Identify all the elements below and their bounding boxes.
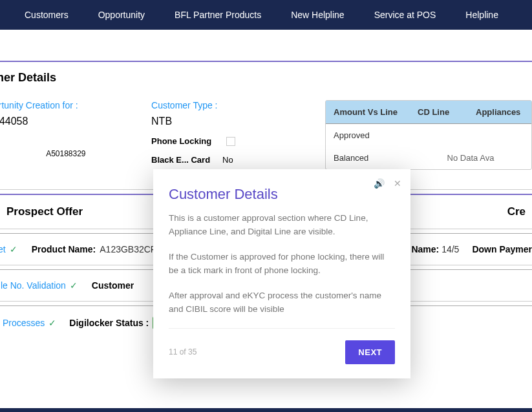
approval-approved-label: Approved: [334, 130, 418, 140]
approval-row-approved: Approved: [326, 124, 531, 147]
modal-title: Customer Details: [169, 186, 395, 203]
set-link[interactable]: set: [0, 244, 6, 254]
nav-partner-products[interactable]: BFL Partner Products: [163, 10, 273, 20]
digilocker-status-label: Digilocker Status :: [69, 318, 149, 328]
name-value: 14/5: [442, 244, 459, 254]
nav-service-pos[interactable]: Service at POS: [363, 10, 448, 20]
product-name-value: A123GB32CP: [100, 244, 156, 254]
approval-balanced-value: No Data Ava: [418, 153, 524, 163]
name-label: Name:: [411, 244, 439, 254]
nav-new-helpline[interactable]: New Helpline: [279, 10, 356, 20]
approval-header-amount[interactable]: Amount Vs Line: [326, 101, 410, 123]
phone-locking-label: Phone Locking: [151, 136, 222, 146]
kyc-processes-link[interactable]: C Processes: [0, 318, 45, 328]
modal-step-counter: 11 of 35: [169, 347, 197, 356]
modal-paragraph-1: This is a customer approval section wher…: [169, 212, 395, 239]
phone-locking-checkbox[interactable]: [226, 137, 235, 146]
sub-val-2: A50188329: [46, 149, 85, 158]
down-payment-label: Down Paymer: [472, 244, 532, 254]
check-icon: ✓: [48, 318, 56, 328]
tour-modal: 🔊 ✕ Customer Details This is a customer …: [153, 169, 410, 378]
close-icon[interactable]: ✕: [394, 178, 401, 189]
customer-type-value: NTB: [151, 116, 325, 127]
modal-paragraph-3: After approval and eKYC process the cust…: [169, 289, 395, 316]
modal-paragraph-2: If the Customer is approved for phone lo…: [169, 251, 395, 278]
bottom-bar: [0, 408, 532, 412]
next-button[interactable]: NEXT: [345, 340, 395, 364]
nav-customers[interactable]: Customers: [13, 10, 80, 20]
nav-opportunity[interactable]: Opportunity: [87, 10, 156, 20]
check-icon: ✓: [70, 280, 78, 291]
nav-helpline[interactable]: Helpline: [454, 10, 510, 20]
customer-label: Customer: [92, 280, 134, 291]
prospect-offer-header: Prospect Offer: [6, 205, 83, 218]
approval-row-balanced: Balanced No Data Ava: [326, 147, 531, 169]
approval-header-cdline[interactable]: CD Line: [410, 101, 468, 123]
offer-right-header: Cre: [507, 205, 526, 218]
top-navbar: Customers Opportunity BFL Partner Produc…: [0, 0, 532, 30]
black-card-label: Black E... Card: [151, 155, 222, 165]
approval-balanced-label: Balanced: [334, 153, 418, 163]
product-name-label: Product Name:: [32, 244, 96, 254]
sound-icon[interactable]: 🔊: [374, 178, 385, 189]
mobile-validation-link[interactable]: bile No. Validation: [0, 280, 66, 291]
approval-header-appliances[interactable]: Appliances: [468, 101, 531, 123]
approval-table: Amount Vs Line CD Line Appliances Approv…: [325, 100, 532, 170]
opportunity-id: 344058: [0, 116, 151, 127]
customer-details-header: mer Details: [0, 62, 532, 94]
customer-type-label: Customer Type :: [151, 100, 325, 110]
opportunity-creation-label: ortunity Creation for :: [0, 100, 151, 110]
check-icon: ✓: [10, 244, 17, 254]
black-card-value: No: [222, 155, 233, 165]
